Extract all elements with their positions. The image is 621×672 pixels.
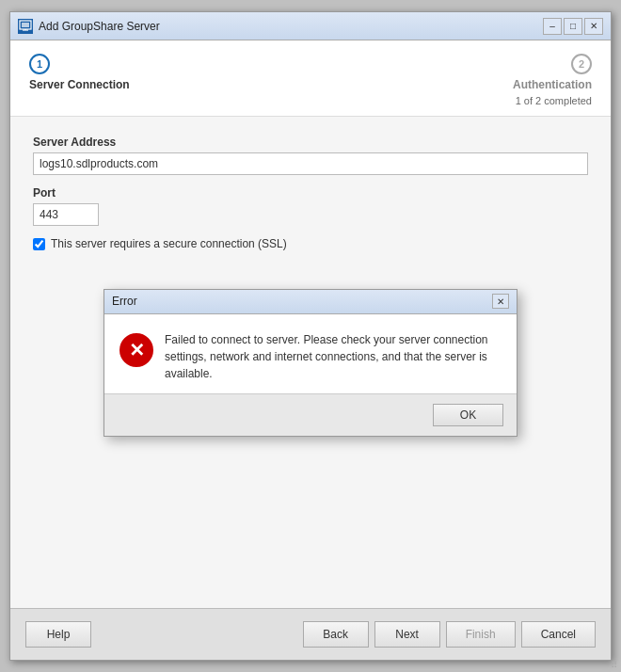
main-window: Add GroupShare Server – □ ✕ 1 Server Con… xyxy=(9,11,612,661)
cancel-button[interactable]: Cancel xyxy=(521,621,596,648)
steps-header: 1 Server Connection 2 Authentication 1 o… xyxy=(10,40,611,117)
step-1-number: 1 xyxy=(37,58,42,70)
steps-row: 1 Server Connection 2 Authentication xyxy=(29,54,592,91)
title-bar: Add GroupShare Server – □ ✕ xyxy=(10,12,611,40)
window-title: Add GroupShare Server xyxy=(39,20,160,33)
progress-text: 1 of 2 completed xyxy=(29,95,592,106)
dialog-ok-button[interactable]: OK xyxy=(433,404,503,426)
error-icon: ✕ xyxy=(119,333,153,367)
step-1-label: Server Connection xyxy=(29,78,130,91)
step-1-circle: 1 xyxy=(29,54,50,74)
button-bar: Help Back Next Finish Cancel xyxy=(10,608,611,660)
help-button[interactable]: Help xyxy=(25,621,91,648)
dialog-body: ✕ Failed to connect to server. Please ch… xyxy=(104,314,517,393)
next-button[interactable]: Next xyxy=(374,621,440,648)
app-icon xyxy=(18,19,33,34)
dialog-message-row: ✕ Failed to connect to server. Please ch… xyxy=(119,331,502,382)
title-bar-left: Add GroupShare Server xyxy=(18,19,160,34)
dialog-title-bar: Error ✕ xyxy=(104,290,517,314)
error-message: Failed to connect to server. Please chec… xyxy=(165,331,502,382)
step-2-number: 2 xyxy=(579,58,584,70)
form-container: Server Address Port This server requires… xyxy=(10,117,611,608)
dialog-overlay: Error ✕ ✕ Failed to connect to server. P… xyxy=(10,117,611,608)
error-circle: ✕ xyxy=(119,333,153,367)
step-1: 1 Server Connection xyxy=(29,54,130,91)
resize-handle: ⠿ xyxy=(611,660,617,670)
dialog-title: Error xyxy=(112,295,137,308)
svg-rect-1 xyxy=(22,23,29,27)
window-controls: – □ ✕ xyxy=(543,18,603,35)
nav-buttons: Back Next Finish Cancel xyxy=(303,621,596,648)
step-2-circle: 2 xyxy=(571,54,592,74)
step-2: 2 Authentication xyxy=(513,54,592,91)
back-button[interactable]: Back xyxy=(303,621,369,648)
step-2-label: Authentication xyxy=(513,78,592,91)
close-button[interactable]: ✕ xyxy=(584,18,603,35)
content-area: 1 Server Connection 2 Authentication 1 o… xyxy=(10,40,611,608)
dialog-close-button[interactable]: ✕ xyxy=(492,294,509,309)
error-dialog: Error ✕ ✕ Failed to connect to server. P… xyxy=(104,289,518,437)
maximize-button[interactable]: □ xyxy=(564,18,582,35)
minimize-button[interactable]: – xyxy=(543,18,562,35)
dialog-footer: OK xyxy=(104,393,517,436)
finish-button[interactable]: Finish xyxy=(446,621,516,648)
